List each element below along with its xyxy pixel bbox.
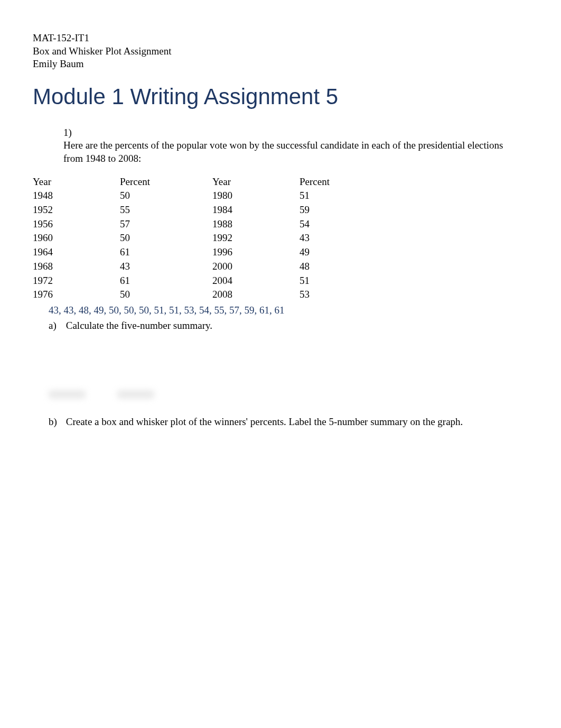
- cell-year: 1976: [33, 288, 120, 302]
- sub-question-a: a) Calculate the five-number summary.: [49, 319, 528, 333]
- cell-percent: 43: [300, 231, 363, 245]
- cell-percent: 51: [300, 189, 363, 203]
- cell-percent: 57: [120, 217, 212, 232]
- table-row: 1976 50 2008 53: [33, 288, 363, 302]
- cell-percent: 51: [300, 274, 363, 288]
- table-row: 1968 43 2000 48: [33, 260, 363, 274]
- assignment-name: Box and Whisker Plot Assignment: [33, 45, 528, 58]
- header-percent-right: Percent: [300, 175, 363, 189]
- table-row: 1956 57 1988 54: [33, 217, 363, 232]
- sub-question-text: Create a box and whisker plot of the win…: [66, 416, 463, 429]
- sub-question-text: Calculate the five-number summary.: [66, 319, 212, 333]
- cell-year: 1992: [212, 231, 300, 245]
- cell-percent: 49: [300, 245, 363, 260]
- cell-year: 1972: [33, 274, 120, 288]
- cell-percent: 55: [120, 203, 212, 217]
- question-text: Here are the percents of the popular vot…: [63, 139, 511, 165]
- cell-year: 1984: [212, 203, 300, 217]
- cell-year: 2004: [212, 274, 300, 288]
- question-one: 1) Here are the percents of the popular …: [63, 126, 528, 165]
- table-row: 1952 55 1984 59: [33, 203, 363, 217]
- cell-percent: 61: [120, 274, 212, 288]
- sub-question-letter: a): [49, 319, 63, 333]
- question-number: 1): [63, 126, 78, 140]
- cell-year: 2000: [212, 260, 300, 274]
- obscured-block: [49, 390, 86, 399]
- table-row: 1948 50 1980 51: [33, 189, 363, 203]
- cell-year: 1960: [33, 231, 120, 245]
- cell-year: 1964: [33, 245, 120, 260]
- student-name: Emily Baum: [33, 58, 528, 71]
- table-row: 1972 61 2004 51: [33, 274, 363, 288]
- table-header-row: Year Percent Year Percent: [33, 175, 363, 189]
- cell-year: 1948: [33, 189, 120, 203]
- cell-percent: 54: [300, 217, 363, 232]
- cell-year: 2008: [212, 288, 300, 302]
- sorted-data-list: 43, 43, 48, 49, 50, 50, 50, 51, 51, 53, …: [49, 304, 528, 317]
- table-row: 1960 50 1992 43: [33, 231, 363, 245]
- sub-question-b: b) Create a box and whisker plot of the …: [49, 416, 528, 429]
- cell-year: 1988: [212, 217, 300, 232]
- header-percent-left: Percent: [120, 175, 212, 189]
- obscured-block: [117, 390, 154, 399]
- cell-year: 1956: [33, 217, 120, 232]
- cell-year: 1980: [212, 189, 300, 203]
- course-code: MAT-152-IT1: [33, 32, 528, 45]
- cell-percent: 50: [120, 231, 212, 245]
- cell-percent: 61: [120, 245, 212, 260]
- cell-percent: 53: [300, 288, 363, 302]
- cell-percent: 48: [300, 260, 363, 274]
- obscured-content: [49, 390, 528, 400]
- cell-percent: 50: [120, 189, 212, 203]
- cell-percent: 59: [300, 203, 363, 217]
- cell-year: 1952: [33, 203, 120, 217]
- document-header: MAT-152-IT1 Box and Whisker Plot Assignm…: [33, 32, 528, 71]
- table-row: 1964 61 1996 49: [33, 245, 363, 260]
- cell-year: 1968: [33, 260, 120, 274]
- sub-question-letter: b): [49, 416, 63, 429]
- cell-percent: 43: [120, 260, 212, 274]
- cell-year: 1996: [212, 245, 300, 260]
- data-table-wrap: Year Percent Year Percent 1948 50 1980 5…: [33, 175, 528, 302]
- header-year-left: Year: [33, 175, 120, 189]
- cell-percent: 50: [120, 288, 212, 302]
- election-data-table: Year Percent Year Percent 1948 50 1980 5…: [33, 175, 363, 302]
- page-title: Module 1 Writing Assignment 5: [33, 82, 528, 112]
- header-year-right: Year: [212, 175, 300, 189]
